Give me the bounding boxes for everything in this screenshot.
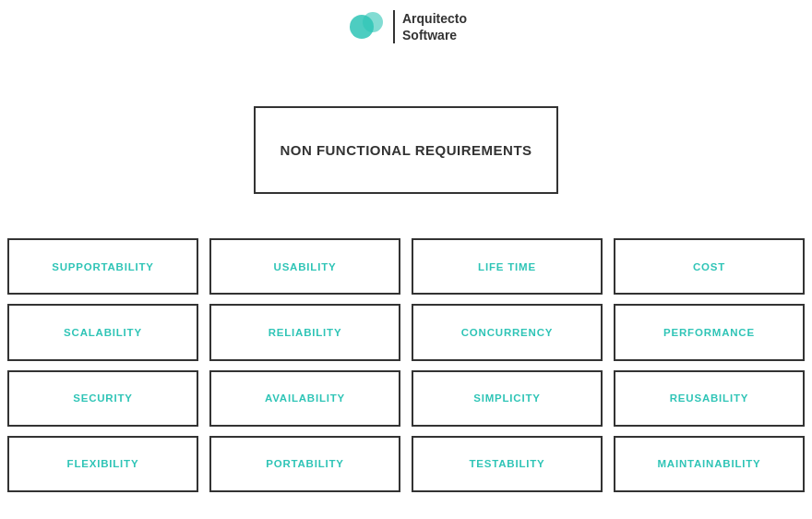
requirement-label: PERFORMANCE bbox=[663, 327, 755, 338]
requirement-box: RELIABILITY bbox=[209, 304, 400, 360]
requirement-label: REUSABILITY bbox=[670, 392, 748, 404]
requirement-box: PERFORMANCE bbox=[614, 304, 805, 360]
requirement-label: RELIABILITY bbox=[269, 327, 342, 338]
central-requirements-label: NON FUNCTIONAL REQUIREMENTS bbox=[280, 142, 531, 158]
requirement-box: COST bbox=[614, 238, 805, 295]
requirement-box: LIFE TIME bbox=[412, 238, 603, 295]
requirement-box: USABILITY bbox=[209, 238, 400, 295]
requirement-label: TESTABILITY bbox=[469, 458, 544, 469]
requirement-label: FLEXIBILITY bbox=[67, 458, 139, 469]
requirement-box: AVAILABILITY bbox=[209, 370, 400, 427]
requirement-label: SCALABILITY bbox=[64, 327, 142, 338]
requirement-box: SCALABILITY bbox=[7, 304, 198, 360]
svg-point-1 bbox=[363, 12, 383, 32]
logo-icon bbox=[345, 9, 386, 44]
requirement-box: FLEXIBILITY bbox=[7, 436, 198, 492]
logo: Arquitecto Software bbox=[345, 9, 467, 44]
requirement-label: USABILITY bbox=[274, 261, 337, 272]
central-requirements-box: NON FUNCTIONAL REQUIREMENTS bbox=[254, 106, 558, 194]
requirement-box: CONCURRENCY bbox=[412, 304, 603, 360]
requirement-label: PORTABILITY bbox=[266, 458, 344, 469]
requirement-label: AVAILABILITY bbox=[265, 392, 345, 404]
requirement-box: SUPPORTABILITY bbox=[7, 238, 198, 295]
requirement-label: LIFE TIME bbox=[478, 261, 536, 272]
requirement-box: PORTABILITY bbox=[209, 436, 400, 492]
logo-text: Arquitecto Software bbox=[393, 10, 467, 43]
requirement-label: SIMPLICITY bbox=[473, 392, 541, 404]
requirement-box: TESTABILITY bbox=[412, 436, 603, 492]
requirement-box: SIMPLICITY bbox=[412, 370, 603, 427]
requirement-label: SECURITY bbox=[73, 392, 133, 404]
requirement-box: MAINTAINABILITY bbox=[614, 436, 805, 492]
requirement-label: CONCURRENCY bbox=[461, 327, 554, 338]
requirements-grid: SUPPORTABILITYUSABILITYLIFE TIMECOSTSCAL… bbox=[7, 238, 805, 492]
requirement-box: REUSABILITY bbox=[614, 370, 805, 427]
requirement-label: COST bbox=[693, 261, 725, 272]
requirement-box: SECURITY bbox=[7, 370, 198, 427]
requirement-label: MAINTAINABILITY bbox=[657, 458, 760, 469]
requirement-label: SUPPORTABILITY bbox=[52, 261, 154, 272]
